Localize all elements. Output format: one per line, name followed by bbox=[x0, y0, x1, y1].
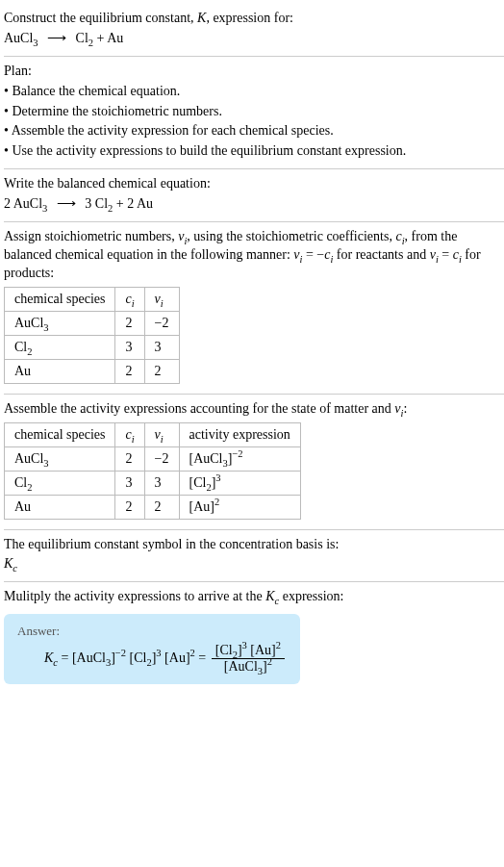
sp-sub: 2 bbox=[27, 481, 32, 492]
prompt-K: K bbox=[197, 11, 206, 25]
act-sp: AuCl bbox=[193, 451, 222, 466]
fraction-numerator: [Cl2]3 [Au]2 bbox=[212, 643, 285, 659]
sp: Cl bbox=[14, 475, 27, 490]
plan-bullet-1: • Balance the chemical equation. bbox=[4, 83, 504, 101]
table-row: Cl2 3 3 [Cl2]3 bbox=[5, 471, 301, 495]
sp: Au bbox=[14, 499, 31, 514]
den-sp: AuCl bbox=[228, 659, 257, 674]
balance-intro: Write the balanced chemical equation: bbox=[4, 175, 504, 193]
ci-cell: 3 bbox=[115, 335, 144, 359]
stoich-table: chemical species ci νi AuCl3 2 −2 Cl2 3 … bbox=[4, 287, 180, 384]
plan-bullet-2: • Determine the stoichiometric numbers. bbox=[4, 103, 504, 121]
act-sub: 2 bbox=[206, 481, 211, 492]
hdr-species: chemical species bbox=[5, 422, 115, 446]
arrow-icon: ⟶ bbox=[47, 30, 66, 48]
act-pow: −2 bbox=[232, 448, 242, 459]
answer-label: Answer: bbox=[17, 624, 287, 639]
hdr-act: activity expression bbox=[179, 422, 300, 446]
ci-cell: 2 bbox=[115, 311, 144, 335]
t2-sp: Cl bbox=[134, 650, 146, 665]
sp-sub: 3 bbox=[43, 457, 48, 468]
hdr-ci-sub: i bbox=[132, 297, 135, 308]
nui-cell: 3 bbox=[144, 335, 179, 359]
table-row: AuCl3 2 −2 bbox=[5, 311, 180, 335]
prompt-equation: AuCl3 ⟶ Cl2 + Au bbox=[4, 30, 504, 48]
num2-sp: Au bbox=[255, 643, 271, 657]
ans-eq: = bbox=[58, 650, 72, 665]
table-row: Au 2 2 [Au]2 bbox=[5, 495, 301, 519]
activity-intro: Assemble the activity expressions accoun… bbox=[4, 400, 504, 419]
prompt-text-b: , expression for: bbox=[206, 11, 293, 25]
table-row: Au 2 2 bbox=[5, 359, 180, 383]
balance-block: Write the balanced chemical equation: 2 … bbox=[4, 169, 504, 222]
multiply-intro-b: expression: bbox=[279, 589, 343, 603]
table-row: Cl2 3 3 bbox=[5, 335, 180, 359]
multiply-block: Mulitply the activity expressions to arr… bbox=[4, 582, 504, 690]
ci-cell: 2 bbox=[115, 446, 144, 471]
species-cell: Cl2 bbox=[5, 335, 115, 359]
num2-pow: 2 bbox=[276, 641, 281, 651]
Kc-sub: c bbox=[13, 563, 17, 574]
answer-box: Answer: Kc = [AuCl3]−2 [Cl2]3 [Au]2 = [C… bbox=[4, 614, 300, 684]
hdr-nui: νi bbox=[144, 287, 179, 311]
species-cell: AuCl3 bbox=[5, 446, 115, 471]
act-cell: [AuCl3]−2 bbox=[179, 446, 300, 471]
den-sub: 3 bbox=[258, 666, 263, 676]
act-sp: Au bbox=[193, 499, 210, 514]
nui-cell: 2 bbox=[144, 359, 179, 383]
ci-cell: 3 bbox=[115, 471, 144, 495]
answer-expression: Kc = [AuCl3]−2 [Cl2]3 [Au]2 = [Cl2]3 [Au… bbox=[17, 643, 287, 675]
bal-plus: + bbox=[113, 196, 127, 211]
balanced-equation: 2 AuCl3 ⟶ 3 Cl2 + 2 Au bbox=[4, 195, 504, 214]
plan-bullet-4: • Use the activity expressions to build … bbox=[4, 142, 504, 161]
plan-bullet-3: • Assemble the activity expression for e… bbox=[4, 122, 504, 140]
prompt-text-a: Construct the equilibrium constant, bbox=[4, 11, 197, 25]
bal-lhs-sub: 3 bbox=[42, 203, 47, 214]
prompt-block: Construct the equilibrium constant, K, e… bbox=[4, 4, 504, 57]
act-pow: 3 bbox=[215, 472, 220, 483]
hdr-nui: νi bbox=[144, 422, 179, 446]
stoich-block: Assign stoichiometric numbers, νi, using… bbox=[4, 222, 504, 395]
t2-sub: 2 bbox=[146, 657, 151, 668]
num1-sp: Cl bbox=[219, 643, 232, 657]
rel1b: = − bbox=[302, 247, 324, 262]
table-header-row: chemical species ci νi activity expressi… bbox=[5, 422, 301, 446]
bal-rhs2: 2 Au bbox=[127, 196, 153, 211]
hdr-nui-sub: i bbox=[161, 433, 164, 444]
plan-block: Plan: • Balance the chemical equation. •… bbox=[4, 57, 504, 169]
den-pow: 2 bbox=[267, 657, 272, 668]
hdr-species: chemical species bbox=[5, 287, 115, 311]
bal-rhs1: 3 Cl bbox=[85, 196, 108, 211]
plan-title: Plan: bbox=[4, 63, 504, 81]
prompt-line1: Construct the equilibrium constant, K, e… bbox=[4, 10, 504, 28]
act-pow: 2 bbox=[214, 497, 219, 507]
bal-lhs: 2 AuCl bbox=[4, 196, 42, 211]
hdr-nui-sub: i bbox=[161, 297, 164, 308]
hdr-ci: ci bbox=[115, 422, 144, 446]
species-cell: Cl2 bbox=[5, 471, 115, 495]
hdr-ci: ci bbox=[115, 287, 144, 311]
activity-table: chemical species ci νi activity expressi… bbox=[4, 422, 301, 520]
ans-Kc-K: K bbox=[44, 650, 53, 665]
stoich-intro-a: Assign stoichiometric numbers, bbox=[4, 229, 178, 243]
activity-intro-b: : bbox=[403, 401, 407, 416]
t1-sp: AuCl bbox=[77, 650, 106, 665]
multiply-intro: Mulitply the activity expressions to arr… bbox=[4, 588, 504, 606]
species-cell: Au bbox=[5, 359, 115, 383]
t2-pow: 3 bbox=[156, 648, 161, 658]
sp: Au bbox=[14, 364, 31, 378]
act-cell: [Au]2 bbox=[179, 495, 300, 519]
eqn-lhs: AuCl bbox=[4, 31, 33, 45]
sp: AuCl bbox=[14, 316, 43, 330]
multiply-intro-a: Mulitply the activity expressions to arr… bbox=[4, 589, 265, 603]
num1-pow: 3 bbox=[242, 641, 247, 651]
t3-sp: Au bbox=[169, 650, 186, 665]
eqn-lhs-sub: 3 bbox=[33, 38, 38, 48]
sp: Cl bbox=[14, 340, 27, 354]
Kc-K: K bbox=[4, 556, 13, 571]
t1-sub: 3 bbox=[106, 657, 111, 668]
act-cell: [Cl2]3 bbox=[179, 471, 300, 495]
stoich-intro: Assign stoichiometric numbers, νi, using… bbox=[4, 228, 504, 283]
activity-block: Assemble the activity expressions accoun… bbox=[4, 395, 504, 530]
ksymbol-expr: Kc bbox=[4, 555, 504, 574]
